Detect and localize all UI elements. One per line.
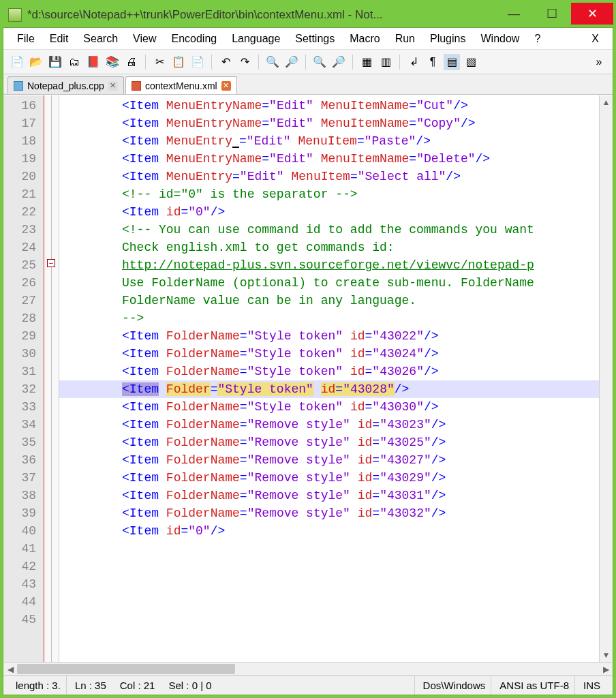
code-area[interactable]: <Item MenuEntryName="Edit" MenuItemName=… bbox=[59, 95, 599, 662]
tab-label: Notepad_plus.cpp bbox=[27, 80, 104, 91]
fold-margin[interactable]: − bbox=[44, 95, 59, 662]
open-file-icon[interactable]: 📂 bbox=[28, 54, 44, 70]
close-all-icon[interactable]: 📚 bbox=[104, 54, 121, 70]
show-all-icon[interactable]: ¶ bbox=[425, 54, 441, 70]
menu-window[interactable]: Window bbox=[474, 30, 526, 48]
redo-icon[interactable]: ↷ bbox=[236, 54, 253, 70]
tab-close-icon[interactable]: ✕ bbox=[108, 81, 118, 91]
wrap-icon[interactable]: ↲ bbox=[405, 54, 422, 70]
sync-h-icon[interactable]: ▥ bbox=[378, 54, 394, 70]
menu-search[interactable]: Search bbox=[76, 30, 125, 48]
status-ln: Ln : 35 bbox=[70, 676, 112, 695]
window-title: *d:\source\Notepad++\trunk\PowerEditor\b… bbox=[27, 8, 495, 22]
tab-label: contextMenu.xml bbox=[145, 80, 217, 91]
close-file-icon[interactable]: 📕 bbox=[85, 54, 102, 70]
menu-close-x[interactable]: X bbox=[585, 30, 606, 48]
status-encoding[interactable]: ANSI as UTF-8 bbox=[494, 676, 575, 695]
copy-icon[interactable]: 📋 bbox=[170, 54, 187, 70]
editor: 1617181920212223242526272829303132333435… bbox=[3, 95, 613, 662]
menu-macro[interactable]: Macro bbox=[343, 30, 386, 48]
scroll-left-icon[interactable]: ◀ bbox=[3, 663, 17, 676]
fold-collapse-icon[interactable]: − bbox=[47, 259, 55, 267]
func-list-icon[interactable]: ▧ bbox=[463, 54, 479, 70]
close-button[interactable]: ✕ bbox=[571, 3, 613, 25]
titlebar[interactable]: *d:\source\Notepad++\trunk\PowerEditor\b… bbox=[3, 3, 613, 27]
menu-help[interactable]: ? bbox=[527, 30, 547, 48]
status-length: length : 3. bbox=[10, 676, 67, 695]
menu-settings[interactable]: Settings bbox=[288, 30, 341, 48]
status-eol[interactable]: Dos\Windows bbox=[418, 676, 492, 695]
vertical-scrollbar[interactable]: ▲ ▼ bbox=[599, 95, 613, 662]
scroll-right-icon[interactable]: ▶ bbox=[599, 663, 613, 676]
menu-edit[interactable]: Edit bbox=[43, 30, 76, 48]
menu-language[interactable]: Language bbox=[225, 30, 287, 48]
scrollbar-thumb[interactable] bbox=[17, 664, 235, 674]
undo-icon[interactable]: ↶ bbox=[217, 54, 234, 70]
zoom-out-icon[interactable]: 🔎 bbox=[330, 54, 347, 70]
print-icon[interactable]: 🖨 bbox=[123, 54, 140, 70]
tab-close-icon[interactable]: ✕ bbox=[221, 81, 231, 91]
statusbar: length : 3. Ln : 35 Col : 21 Sel : 0 | 0… bbox=[3, 676, 613, 695]
app-window: *d:\source\Notepad++\trunk\PowerEditor\b… bbox=[0, 0, 616, 698]
minimize-button[interactable]: — bbox=[495, 3, 533, 25]
menu-file[interactable]: File bbox=[10, 30, 42, 48]
menu-plugins[interactable]: Plugins bbox=[423, 30, 472, 48]
status-col: Col : 21 bbox=[114, 676, 161, 695]
file-modified-icon bbox=[132, 81, 141, 91]
scroll-down-icon[interactable]: ▼ bbox=[600, 648, 613, 662]
new-file-icon[interactable]: 📄 bbox=[9, 54, 25, 70]
cut-icon[interactable]: ✂ bbox=[151, 54, 168, 70]
toolbar-overflow-icon[interactable]: » bbox=[591, 54, 607, 70]
tab-contextmenu-xml[interactable]: contextMenu.xml ✕ bbox=[125, 76, 237, 94]
status-ins[interactable]: INS bbox=[578, 676, 606, 695]
menubar: File Edit Search View Encoding Language … bbox=[3, 28, 613, 50]
scroll-up-icon[interactable]: ▲ bbox=[600, 95, 613, 109]
zoom-in-icon[interactable]: 🔍 bbox=[311, 54, 328, 70]
replace-icon[interactable]: 🔎 bbox=[283, 54, 300, 70]
sync-v-icon[interactable]: ▦ bbox=[358, 54, 375, 70]
tab-notepad-plus-cpp[interactable]: Notepad_plus.cpp ✕ bbox=[7, 76, 124, 94]
toolbar: 📄 📂 💾 🗂 📕 📚 🖨 ✂ 📋 📄 ↶ ↷ 🔍 🔎 🔍 🔎 ▦ ▥ ↲ bbox=[3, 50, 613, 74]
tab-bar: Notepad_plus.cpp ✕ contextMenu.xml ✕ bbox=[3, 74, 613, 95]
paste-icon[interactable]: 📄 bbox=[189, 54, 206, 70]
menu-view[interactable]: View bbox=[126, 30, 163, 48]
line-number-gutter: 1617181920212223242526272829303132333435… bbox=[3, 95, 43, 662]
menu-run[interactable]: Run bbox=[388, 30, 422, 48]
save-icon[interactable]: 💾 bbox=[47, 54, 63, 70]
save-all-icon[interactable]: 🗂 bbox=[66, 54, 82, 70]
maximize-button[interactable]: ☐ bbox=[533, 3, 571, 25]
status-sel: Sel : 0 | 0 bbox=[163, 676, 414, 695]
horizontal-scrollbar[interactable]: ◀ ▶ bbox=[3, 662, 613, 676]
app-icon bbox=[8, 8, 22, 22]
menu-encoding[interactable]: Encoding bbox=[164, 30, 224, 48]
file-icon bbox=[14, 81, 23, 91]
indent-guide-icon[interactable]: ▤ bbox=[444, 54, 460, 70]
find-icon[interactable]: 🔍 bbox=[264, 54, 281, 70]
